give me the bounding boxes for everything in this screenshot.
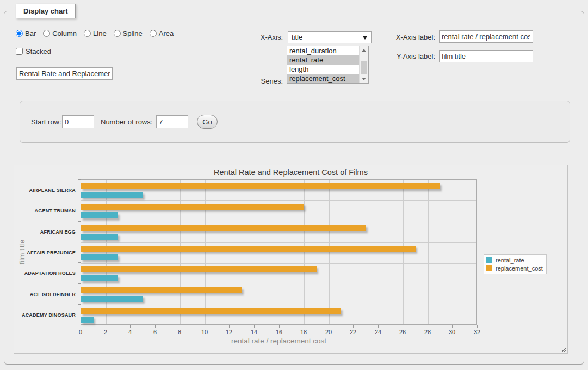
scroll-up-button[interactable] — [360, 46, 368, 54]
category-label: AFRICAN EGG — [14, 229, 76, 235]
category-label: ACE GOLDFINGER — [14, 292, 76, 297]
gridline-vertical — [106, 180, 107, 324]
x-tick-mark — [155, 325, 156, 328]
gridline-horizontal — [81, 305, 476, 305]
x-axis-label-input[interactable] — [439, 30, 533, 43]
series-option-rental_duration[interactable]: rental_duration — [287, 46, 359, 55]
scroll-thumb[interactable] — [361, 61, 367, 74]
x-tick-label: 0 — [72, 329, 89, 335]
gridline-vertical — [329, 180, 330, 324]
scroll-down-button[interactable] — [360, 75, 368, 83]
arrow-up-icon — [362, 49, 366, 52]
chart-legend: rental_ratereplacement_cost — [484, 254, 547, 274]
x-tick-label: 12 — [221, 329, 237, 335]
x-tick-mark — [304, 325, 304, 328]
x-tick-label: 24 — [370, 329, 386, 335]
x-axis-selected-value: title — [292, 33, 302, 41]
x-tick-label: 2 — [97, 329, 114, 335]
gridline-vertical — [453, 180, 453, 324]
chevron-down-icon — [363, 36, 367, 40]
x-tick-mark — [403, 325, 403, 328]
x-tick-label: 22 — [345, 329, 361, 335]
x-tick-mark — [452, 325, 453, 328]
x-axis-caption: X-Axis: — [235, 33, 283, 41]
chart-title: Rental Rate and Replacement Cost of Film… — [14, 168, 567, 177]
x-tick-mark — [205, 325, 205, 328]
bar-rental_rate — [81, 234, 118, 240]
x-tick-mark — [106, 325, 106, 328]
x-tick-label: 6 — [147, 329, 163, 335]
x-tick-label: 14 — [246, 329, 262, 335]
chart-type-column[interactable]: Column — [43, 29, 77, 37]
bar-rental_rate — [81, 254, 118, 260]
number-of-rows-input[interactable] — [156, 115, 188, 128]
bar-replacement_cost — [81, 183, 440, 189]
chart-title-input[interactable] — [16, 67, 113, 80]
gridline-horizontal — [81, 284, 476, 284]
bar-replacement_cost — [81, 246, 416, 252]
legend-swatch — [486, 257, 492, 263]
chart-type-radio-spline[interactable] — [114, 30, 121, 37]
chart-type-spline[interactable]: Spline — [114, 29, 143, 37]
series-listbox[interactable]: rental_durationrental_ratelengthreplacem… — [287, 46, 369, 84]
x-tick-mark — [279, 325, 280, 328]
bar-replacement_cost — [81, 225, 366, 231]
stacked-checkbox[interactable] — [16, 48, 23, 55]
x-axis-label-caption: X-Axis label: — [387, 33, 435, 41]
gridline-vertical — [131, 180, 131, 324]
category-label: AIRPLANE SIERRA — [14, 187, 76, 193]
legend-swatch — [486, 265, 492, 271]
resize-handle-icon[interactable] — [560, 346, 566, 352]
y-tick-mark — [78, 242, 81, 242]
chart-type-radio-line[interactable] — [84, 30, 91, 37]
chart-type-line[interactable]: Line — [84, 29, 107, 37]
arrow-down-icon — [362, 78, 366, 80]
series-option-length[interactable]: length — [287, 65, 359, 74]
bar-rental_rate — [81, 192, 143, 198]
category-label: ACADEMY DINOSAUR — [14, 312, 76, 318]
start-row-caption: Start row: — [31, 118, 61, 126]
legend-label: rental_rate — [496, 257, 524, 264]
bar-replacement_cost — [81, 287, 242, 293]
y-axis-label-input[interactable] — [439, 50, 533, 62]
chart-type-area[interactable]: Area — [150, 29, 174, 37]
x-axis-select[interactable]: title — [288, 31, 372, 43]
bar-rental_rate — [81, 212, 118, 218]
gridline-vertical — [180, 180, 181, 324]
x-tick-label: 16 — [271, 329, 287, 335]
x-tick-label: 10 — [196, 329, 213, 335]
gridline-vertical — [428, 180, 429, 324]
chart-type-radio-area[interactable] — [150, 30, 157, 37]
plot-area — [81, 179, 477, 325]
chart-type-radio-column[interactable] — [43, 30, 50, 37]
bar-replacement_cost — [81, 204, 304, 210]
category-label: AGENT TRUMAN — [14, 208, 76, 214]
go-button[interactable]: Go — [197, 115, 218, 129]
x-tick-mark — [130, 325, 131, 328]
gridline-horizontal — [81, 222, 476, 222]
y-tick-mark — [78, 179, 81, 180]
chart-type-label: Line — [93, 29, 107, 37]
bar-replacement_cost — [81, 266, 317, 272]
panel-legend: Display chart — [16, 4, 76, 18]
gridline-vertical — [205, 180, 206, 324]
chart-type-bar[interactable]: Bar — [16, 29, 36, 37]
start-row-input[interactable] — [62, 115, 94, 128]
series-scrollbar[interactable] — [359, 46, 368, 83]
gridline-vertical — [230, 180, 230, 324]
x-tick-label: 8 — [171, 329, 188, 335]
legend-entry-rental_rate: rental_rate — [486, 256, 543, 264]
chart-type-radio-bar[interactable] — [16, 30, 23, 37]
chart-type-label: Spline — [123, 29, 143, 37]
series-option-rental_rate[interactable]: rental_rate — [287, 55, 359, 65]
stacked-option[interactable]: Stacked — [16, 47, 51, 55]
x-tick-label: 20 — [320, 329, 337, 335]
x-tick-label: 28 — [419, 329, 436, 335]
series-option-replacement_cost[interactable]: replacement_cost — [287, 74, 359, 83]
y-tick-mark — [78, 200, 81, 200]
x-tick-label: 30 — [444, 329, 460, 335]
x-tick-mark — [353, 325, 354, 328]
gridline-vertical — [354, 180, 354, 324]
gridline-horizontal — [81, 242, 476, 243]
series-options: rental_durationrental_ratelengthreplacem… — [287, 46, 359, 83]
